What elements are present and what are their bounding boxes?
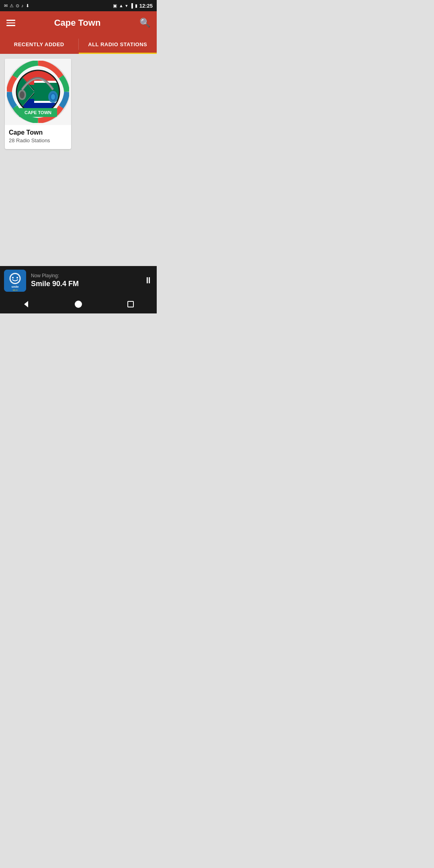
battery-icon: ▮ [135,3,137,8]
station-count: 28 Radio Stations [9,137,67,143]
status-bar-left-icons: ✉ ⚠ ⊙ ♪ ⬇ [4,3,29,8]
main-content: CAPE TOWN Cape Town 28 Radio Stations [0,54,157,266]
cast-icon: ▣ [113,3,117,8]
tab-recently-added-label: RECENTLY ADDED [14,41,64,47]
download-icon: ⬇ [26,3,29,8]
app-bar-title: Cape Town [54,18,101,28]
pause-button[interactable]: ⏸ [144,275,153,286]
svg-text:CAPE TOWN: CAPE TOWN [25,110,51,115]
recents-button[interactable] [123,296,139,312]
camera-icon: ⊙ [16,3,19,8]
recents-icon [127,301,134,307]
nav-bar [0,295,157,313]
svg-marker-32 [24,301,28,307]
now-playing-bar: smile 90.4 Now Playing: Smile 90.4 FM ⏸ [0,266,157,295]
alert-icon: ⚠ [10,3,14,8]
signal-icon: ▲ [119,3,123,8]
svg-text:90.4: 90.4 [13,289,18,291]
now-playing-logo: smile 90.4 [4,270,26,292]
svg-point-22 [51,94,55,100]
svg-text:smile: smile [12,285,19,288]
station-name: Cape Town [9,129,67,136]
home-button[interactable] [70,296,86,312]
now-playing-label: Now Playing: [31,273,139,278]
smile-logo-svg: smile 90.4 [4,270,26,292]
home-icon [75,301,82,308]
music-icon: ♪ [21,3,24,8]
tab-all-radio-stations[interactable]: ALL RADIO STATIONS [79,35,157,54]
station-card-cape-town[interactable]: CAPE TOWN Cape Town 28 Radio Stations [5,59,71,149]
search-button[interactable]: 🔍 [139,18,150,28]
svg-point-29 [16,277,18,278]
cell-signal-icon: ▐ [130,3,133,8]
tab-all-radio-stations-label: ALL RADIO STATIONS [88,41,147,47]
status-bar-right-icons: ▣ ▲ ▾ ▐ ▮ 12:25 [113,3,153,9]
menu-button[interactable] [6,20,15,26]
email-icon: ✉ [4,3,8,8]
status-bar: ✉ ⚠ ⊙ ♪ ⬇ ▣ ▲ ▾ ▐ ▮ 12:25 [0,0,157,11]
tabs-bar: RECENTLY ADDED ALL RADIO STATIONS [0,35,157,54]
tab-recently-added[interactable]: RECENTLY ADDED [0,35,78,54]
back-button[interactable] [18,296,34,312]
now-playing-station-name: Smile 90.4 FM [31,280,139,288]
svg-point-27 [11,274,20,283]
svg-point-28 [12,277,14,278]
now-playing-info: Now Playing: Smile 90.4 FM [26,273,144,288]
cape-town-logo-svg: CAPE TOWN [7,61,69,123]
station-card-info: Cape Town 28 Radio Stations [5,125,71,149]
svg-point-19 [20,91,25,98]
status-time: 12:25 [139,3,153,9]
back-icon [22,300,30,308]
wifi-icon: ▾ [125,3,128,8]
station-card-image: CAPE TOWN [5,59,71,125]
app-bar: Cape Town 🔍 [0,11,157,35]
